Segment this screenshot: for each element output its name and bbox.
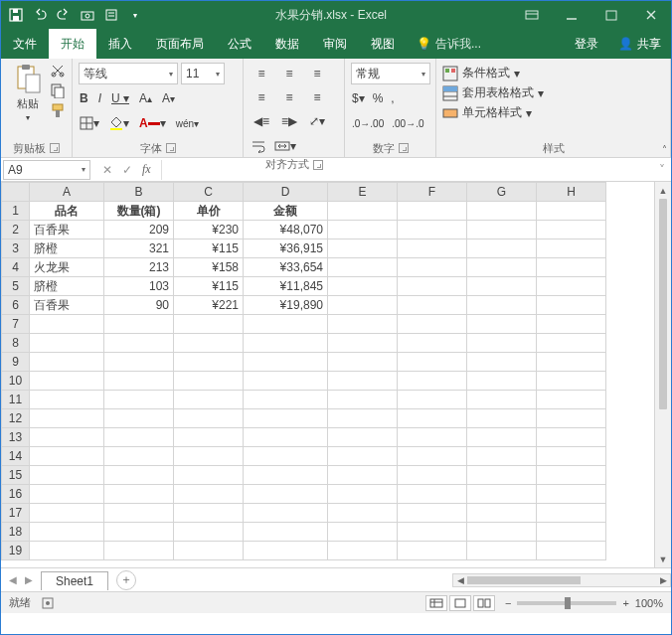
cell[interactable] xyxy=(244,315,328,334)
cell[interactable] xyxy=(328,353,398,372)
sheet-tab-sheet1[interactable]: Sheet1 xyxy=(41,571,108,590)
cell[interactable] xyxy=(537,221,606,239)
cell[interactable] xyxy=(244,334,328,353)
shrink-font-button[interactable]: A▾ xyxy=(161,87,176,109)
cell[interactable] xyxy=(30,315,104,334)
cell[interactable] xyxy=(30,485,104,504)
row-header[interactable]: 9 xyxy=(2,353,30,372)
cell[interactable]: ¥230 xyxy=(174,221,244,239)
name-box[interactable]: A9▾ xyxy=(3,160,90,180)
cell[interactable] xyxy=(398,504,467,523)
copy-icon[interactable] xyxy=(50,82,66,98)
tab-review[interactable]: 审阅 xyxy=(311,29,359,59)
minimize-button[interactable] xyxy=(552,1,591,29)
row-header[interactable]: 14 xyxy=(2,447,30,466)
cell[interactable] xyxy=(467,447,537,466)
column-header[interactable]: B xyxy=(104,183,174,202)
cell[interactable] xyxy=(30,409,104,428)
cell[interactable] xyxy=(328,296,398,315)
cell[interactable]: ¥36,915 xyxy=(244,239,328,258)
cell[interactable] xyxy=(328,258,398,277)
cell[interactable] xyxy=(398,315,467,334)
decrease-indent-icon[interactable]: ◀≡ xyxy=(250,110,273,132)
cell[interactable]: 单价 xyxy=(174,202,244,221)
enter-formula-icon[interactable]: ✓ xyxy=(122,163,132,177)
cell[interactable] xyxy=(467,409,537,428)
cell[interactable] xyxy=(398,277,467,296)
cell[interactable] xyxy=(174,542,244,560)
cell[interactable] xyxy=(244,372,328,391)
font-name-dropdown[interactable]: 等线▾ xyxy=(79,63,178,84)
cell[interactable] xyxy=(328,523,398,542)
redo-icon[interactable] xyxy=(57,8,71,22)
cell[interactable] xyxy=(398,466,467,485)
cell[interactable] xyxy=(174,485,244,504)
cell[interactable] xyxy=(398,296,467,315)
zoom-slider-handle[interactable] xyxy=(565,597,571,609)
cell[interactable] xyxy=(174,466,244,485)
increase-decimal-icon[interactable]: .0→.00 xyxy=(351,112,385,134)
cell[interactable] xyxy=(467,523,537,542)
cell[interactable] xyxy=(467,221,537,239)
underline-button[interactable]: U ▾ xyxy=(110,87,130,109)
cell[interactable] xyxy=(537,202,606,221)
scroll-right-icon[interactable]: ▶ xyxy=(656,575,670,585)
cell[interactable]: ¥221 xyxy=(174,296,244,315)
column-header[interactable]: A xyxy=(30,183,104,202)
cell[interactable] xyxy=(30,504,104,523)
fill-color-button[interactable]: ▾ xyxy=(108,112,130,134)
cell[interactable] xyxy=(467,372,537,391)
cell[interactable] xyxy=(467,391,537,409)
cell[interactable] xyxy=(398,523,467,542)
cell[interactable] xyxy=(30,334,104,353)
align-middle-icon[interactable]: ≡ xyxy=(277,63,301,84)
row-header[interactable]: 11 xyxy=(2,391,30,409)
row-header[interactable]: 7 xyxy=(2,315,30,334)
tab-insert[interactable]: 插入 xyxy=(96,29,144,59)
cell[interactable] xyxy=(398,409,467,428)
cell[interactable] xyxy=(467,334,537,353)
quickprint-icon[interactable] xyxy=(104,8,118,22)
cell[interactable] xyxy=(328,372,398,391)
column-header[interactable]: C xyxy=(174,183,244,202)
cell[interactable]: ¥19,890 xyxy=(244,296,328,315)
dialog-launcher-icon[interactable] xyxy=(399,143,409,153)
row-header[interactable]: 18 xyxy=(2,523,30,542)
row-header[interactable]: 13 xyxy=(2,428,30,447)
wrap-text-icon[interactable] xyxy=(250,135,267,157)
cell[interactable] xyxy=(467,428,537,447)
cell[interactable] xyxy=(467,296,537,315)
maximize-button[interactable] xyxy=(591,1,631,29)
page-layout-view-icon[interactable] xyxy=(449,595,471,611)
align-bottom-icon[interactable]: ≡ xyxy=(305,63,329,84)
cell[interactable] xyxy=(398,391,467,409)
scroll-up-icon[interactable]: ▲ xyxy=(655,182,671,199)
cell[interactable] xyxy=(537,258,606,277)
cell[interactable] xyxy=(467,239,537,258)
column-header[interactable]: H xyxy=(537,183,606,202)
zoom-level[interactable]: 100% xyxy=(635,597,663,609)
cell[interactable] xyxy=(244,485,328,504)
cell[interactable] xyxy=(244,447,328,466)
dialog-launcher-icon[interactable] xyxy=(50,143,60,153)
formula-bar[interactable] xyxy=(161,160,653,180)
cell[interactable] xyxy=(174,315,244,334)
italic-button[interactable]: I xyxy=(97,87,102,109)
accounting-format-icon[interactable]: $▾ xyxy=(351,87,366,109)
cell[interactable]: 百香果 xyxy=(30,296,104,315)
row-header[interactable]: 15 xyxy=(2,466,30,485)
cell[interactable] xyxy=(104,504,174,523)
cell[interactable] xyxy=(30,372,104,391)
cell[interactable] xyxy=(328,466,398,485)
cell[interactable] xyxy=(328,239,398,258)
cell[interactable] xyxy=(467,504,537,523)
cell[interactable] xyxy=(30,353,104,372)
cell[interactable] xyxy=(30,391,104,409)
column-header[interactable]: F xyxy=(398,183,467,202)
bold-button[interactable]: B xyxy=(79,87,89,109)
column-header[interactable]: G xyxy=(467,183,537,202)
align-right-icon[interactable]: ≡ xyxy=(305,86,329,108)
horizontal-scrollbar[interactable]: ◀ ▶ xyxy=(452,573,671,587)
zoom-slider[interactable] xyxy=(517,601,616,605)
cell[interactable]: 百香果 xyxy=(30,221,104,239)
